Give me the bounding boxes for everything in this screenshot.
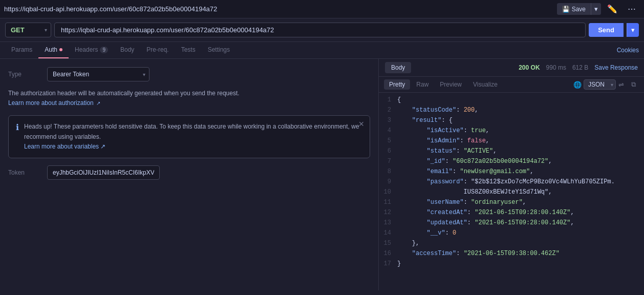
code-line: 11 "userName": "ordinaryuser",	[379, 198, 644, 208]
body-format-tabs: Pretty Raw Preview Visualize	[384, 79, 503, 90]
method-select[interactable]: GET POST PUT DELETE PATCH	[5, 23, 51, 37]
code-line: 15 },	[379, 239, 644, 249]
tabs-row: Params Auth Headers 9 Body Pre-req. Test…	[0, 42, 644, 59]
tabs-left: Params Auth Headers 9 Body Pre-req. Test…	[5, 42, 236, 58]
globe-icon: 🌐	[573, 81, 582, 89]
body-sub-header: Pretty Raw Preview Visualize 🌐 JSON HTML…	[379, 77, 644, 93]
code-line: 12 "createdAt": "2021-06-15T09:28:00.140…	[379, 208, 644, 219]
tab-params[interactable]: Params	[5, 42, 38, 58]
top-actions: 💾 Save ▾ ✏️ ⋯	[557, 2, 640, 16]
code-line: 6 "status": "ACTIVE",	[379, 147, 644, 157]
token-row: Token	[8, 165, 370, 180]
tab-auth[interactable]: Auth	[38, 42, 69, 58]
close-banner-button[interactable]: ✕	[358, 120, 364, 128]
code-line: 7 "_id": "60c872a02b5b0e0004194a72",	[379, 157, 644, 167]
response-tab-body[interactable]: Body	[385, 62, 411, 73]
format-tab-pretty[interactable]: Pretty	[384, 79, 410, 90]
send-button[interactable]: Send	[589, 23, 624, 37]
type-label: Type	[8, 71, 39, 78]
tab-settings[interactable]: Settings	[202, 42, 236, 58]
format-tab-preview[interactable]: Preview	[435, 79, 467, 90]
code-line: 5 "isAdmin": false,	[379, 137, 644, 147]
type-select-wrapper: Bearer Token No Auth Basic Auth API Key …	[47, 67, 149, 81]
format-tab-raw[interactable]: Raw	[411, 79, 434, 90]
code-line: 1{	[379, 96, 644, 106]
response-time: 990 ms	[546, 64, 566, 71]
format-tab-visualize[interactable]: Visualize	[468, 79, 503, 90]
status-info: 200 OK 990 ms 612 B Save Response	[519, 64, 638, 71]
body-action-icons: ⇌ ⧉	[615, 79, 639, 90]
tabs-right: Cookies	[617, 47, 639, 54]
save-dropdown-button[interactable]: ▾	[591, 3, 601, 15]
response-size: 612 B	[572, 64, 588, 71]
status-code: 200 OK	[519, 64, 540, 71]
json-select-wrapper: 🌐 JSON HTML XML Text ▾ ⇌ ⧉	[573, 79, 639, 90]
save-button[interactable]: 💾 Save	[557, 4, 591, 15]
wrap-lines-button[interactable]: ⇌	[615, 79, 627, 90]
request-bar: GET POST PUT DELETE PATCH ▾ Send ▾	[0, 18, 644, 42]
type-row: Type Bearer Token No Auth Basic Auth API…	[8, 67, 370, 81]
format-select[interactable]: JSON HTML XML Text	[584, 79, 616, 90]
tab-prereq[interactable]: Pre-req.	[140, 42, 175, 58]
code-line: 16 "accessTime": "2021-06-15T09:38:00.46…	[379, 249, 644, 260]
save-btn-group: 💾 Save ▾	[557, 3, 601, 15]
send-dropdown-button[interactable]: ▾	[627, 23, 639, 37]
variables-ext-icon: ↗	[100, 143, 105, 150]
left-panel: Type Bearer Token No Auth Basic Auth API…	[0, 59, 379, 290]
code-line: 13 "updatedAt": "2021-06-15T09:28:00.140…	[379, 219, 644, 229]
token-label: Token	[8, 169, 39, 176]
auth-description: The authorization header will be automat…	[8, 89, 370, 108]
right-header: Body 200 OK 990 ms 612 B Save Response	[379, 59, 644, 77]
code-line: 3 "result": {	[379, 116, 644, 127]
learn-variables-link[interactable]: Learn more about variables ↗	[24, 143, 105, 150]
response-tabs: Body	[385, 62, 411, 73]
save-icon: 💾	[562, 6, 570, 13]
type-select[interactable]: Bearer Token No Auth Basic Auth API Key …	[47, 67, 149, 81]
top-bar: https://iqbal-crud-api.herokuapp.com/use…	[0, 0, 644, 18]
edit-icon-button[interactable]: ✏️	[603, 2, 621, 16]
headers-badge: 9	[100, 47, 108, 53]
info-text: Heads up! These parameters hold sensitiv…	[24, 122, 362, 152]
more-options-button[interactable]: ⋯	[624, 2, 640, 16]
token-input[interactable]	[47, 165, 160, 180]
auth-dot	[59, 48, 62, 51]
save-label: Save	[572, 6, 586, 13]
learn-more-auth-link[interactable]: Learn more about authorization ↗	[8, 99, 100, 107]
tab-tests[interactable]: Tests	[175, 42, 202, 58]
main-content: Type Bearer Token No Auth Basic Auth API…	[0, 59, 644, 290]
save-response-button[interactable]: Save Response	[594, 64, 638, 71]
code-line: 2 "statusCode": 200,	[379, 106, 644, 116]
copy-response-button[interactable]: ⧉	[628, 79, 639, 90]
right-panel: Body 200 OK 990 ms 612 B Save Response P…	[379, 59, 644, 290]
code-line: 9 "password": "$2b$12$zxDo7cMcP9Bzo0Vc4W…	[379, 178, 644, 188]
info-banner: ℹ Heads up! These parameters hold sensit…	[8, 115, 370, 158]
code-line: 8 "email": "newUser@gmail.com",	[379, 167, 644, 178]
code-line: 4 "isActive": true,	[379, 127, 644, 137]
tab-body[interactable]: Body	[114, 42, 140, 58]
code-line: 14 "__v": 0	[379, 229, 644, 239]
info-icon: ℹ	[16, 122, 19, 132]
url-input[interactable]	[54, 23, 586, 37]
code-line: 17}	[379, 260, 644, 270]
code-line: 10 IUS8Z00xBEWJteY1Sd71Wq",	[379, 188, 644, 198]
method-wrapper: GET POST PUT DELETE PATCH ▾	[5, 23, 51, 37]
cookies-button[interactable]: Cookies	[617, 47, 639, 54]
tab-headers[interactable]: Headers 9	[69, 42, 114, 58]
code-view: 1{2 "statusCode": 200,3 "result": {4 "is…	[379, 93, 644, 290]
top-url: https://iqbal-crud-api.herokuapp.com/use…	[4, 5, 217, 13]
external-link-icon: ↗	[96, 100, 100, 106]
